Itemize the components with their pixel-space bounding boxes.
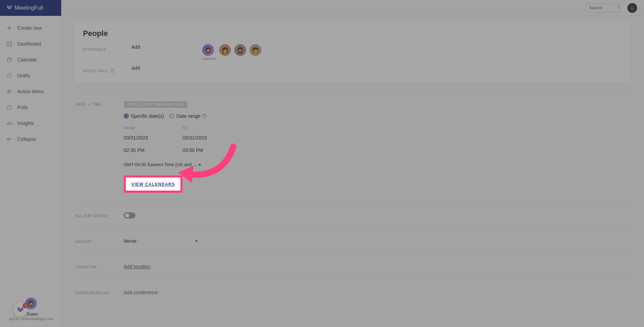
all-day-toggle[interactable] bbox=[124, 212, 136, 219]
svg-rect-4 bbox=[7, 58, 11, 62]
plus-icon bbox=[6, 25, 12, 31]
svg-rect-3 bbox=[10, 45, 12, 46]
sidebar-item-label: Dashboard bbox=[17, 41, 41, 47]
add-conference-link[interactable]: Add conference bbox=[124, 290, 158, 295]
attendees-row: Attendees Add 🧔 Organizer 👩 👩‍🦱 🧑 bbox=[83, 44, 623, 60]
avatar-attendee[interactable]: 👩 bbox=[219, 44, 231, 56]
collapse-label: Collapse bbox=[17, 136, 36, 142]
repeat-label: Repeat bbox=[75, 238, 124, 244]
sidebar-item-action-items[interactable]: Action Items bbox=[0, 84, 61, 99]
briefcase-icon bbox=[6, 104, 12, 110]
add-notes-only-button[interactable]: Add bbox=[131, 65, 140, 71]
calendar-icon bbox=[6, 57, 12, 63]
sidebar-item-polls[interactable]: Polls bbox=[0, 99, 61, 115]
from-column: From 03/31/2023 02:30 PM bbox=[124, 126, 148, 160]
avatar-attendee[interactable]: 👩‍🦱 bbox=[234, 44, 246, 56]
sidebar-item-label: Drafts bbox=[17, 73, 30, 78]
repeat-value: Never bbox=[124, 238, 137, 244]
timezone-value: GMT-04:00 Eastern Time (US and ... bbox=[124, 162, 197, 167]
brand-logo[interactable]: MeetingFull bbox=[0, 0, 61, 16]
divider bbox=[75, 91, 630, 91]
notifications-button[interactable] bbox=[627, 3, 637, 13]
from-date-input[interactable]: 03/31/2023 bbox=[124, 135, 148, 141]
grid-icon bbox=[6, 41, 12, 47]
topic-time-badge: Total Topic Time: Minute(s) bbox=[124, 101, 187, 108]
avatar-attendee[interactable]: 🧑 bbox=[250, 44, 261, 56]
sidebar-item-drafts[interactable]: Drafts bbox=[0, 68, 61, 84]
people-title: People bbox=[83, 29, 623, 38]
organizer-label: Organizer bbox=[202, 57, 216, 60]
chat-widget[interactable]: 9 bbox=[13, 302, 28, 317]
people-section: People Attendees Add 🧔 Organizer 👩 👩‍🦱 🧑… bbox=[75, 22, 630, 83]
sidebar-item-label: Insights bbox=[17, 121, 34, 126]
to-column: To 03/31/2023 03:00 PM bbox=[183, 126, 207, 160]
main-content: People Attendees Add 🧔 Organizer 👩 👩‍🦱 🧑… bbox=[62, 16, 644, 327]
repeat-section: Repeat Never ▾ bbox=[75, 238, 630, 254]
sidebar: MeetingFull Create new Dashboard Calenda… bbox=[0, 0, 62, 327]
info-icon[interactable]: ? bbox=[110, 69, 114, 73]
create-new-button[interactable]: Create new bbox=[0, 20, 61, 36]
user-email: syd.d...noonmeetings.com bbox=[3, 317, 59, 321]
location-label: Location bbox=[75, 263, 124, 270]
add-location-link[interactable]: Add location bbox=[124, 264, 150, 269]
conferencing-section: Conferencing Add conference bbox=[75, 289, 630, 298]
sidebar-item-label: Calendar bbox=[17, 57, 37, 62]
all-day-label: All Day Event bbox=[75, 212, 124, 219]
svg-rect-6 bbox=[7, 106, 11, 109]
bell-icon bbox=[630, 6, 635, 10]
view-calendars-highlight: View Calendars bbox=[124, 175, 183, 193]
conferencing-label: Conferencing bbox=[75, 289, 124, 296]
clock-icon bbox=[6, 73, 12, 79]
svg-rect-0 bbox=[7, 41, 9, 43]
to-date-input[interactable]: 03/31/2023 bbox=[183, 135, 207, 141]
sidebar-item-insights[interactable]: Insights bbox=[0, 115, 61, 131]
all-day-section: All Day Event bbox=[75, 212, 630, 229]
user-name: I Down bbox=[3, 311, 59, 317]
arrow-left-icon bbox=[6, 136, 12, 142]
chat-badge-count: 9 bbox=[23, 303, 28, 308]
user-profile[interactable]: 🧔 I Down syd.d...noonmeetings.com bbox=[3, 298, 59, 321]
to-time-input[interactable]: 03:00 PM bbox=[183, 147, 207, 153]
brand-name: MeetingFull bbox=[15, 5, 43, 11]
search-input[interactable] bbox=[586, 3, 619, 12]
attendees-label: Attendees bbox=[83, 44, 131, 51]
svg-rect-2 bbox=[7, 45, 9, 46]
date-time-label: Date + Time bbox=[75, 101, 124, 193]
attendee-avatars: 🧔 Organizer 👩 👩‍🦱 🧑 bbox=[202, 44, 262, 60]
add-attendee-button[interactable]: Add bbox=[131, 44, 140, 50]
avatar-organizer[interactable]: 🧔 bbox=[202, 44, 214, 56]
timezone-select[interactable]: GMT-04:00 Eastern Time (US and ... ▾ bbox=[124, 162, 630, 167]
chevron-down-icon: ▾ bbox=[195, 239, 197, 243]
svg-rect-1 bbox=[10, 41, 12, 43]
sidebar-item-dashboard[interactable]: Dashboard bbox=[0, 36, 61, 52]
notes-only-row: Notes Only ? Add bbox=[83, 65, 623, 73]
repeat-select[interactable]: Never ▾ bbox=[124, 238, 630, 244]
notes-only-label: Notes Only ? bbox=[83, 65, 131, 73]
from-label: From bbox=[124, 126, 148, 130]
collapse-button[interactable]: Collapse bbox=[0, 131, 61, 147]
view-calendars-link[interactable]: View Calendars bbox=[131, 182, 175, 187]
radio-specific-label: Specific date(s) bbox=[131, 113, 164, 119]
create-new-label: Create new bbox=[17, 25, 42, 31]
sidebar-item-label: Polls bbox=[17, 105, 28, 110]
sidebar-item-calendar[interactable]: Calendar bbox=[0, 52, 61, 68]
bar-chart-icon bbox=[6, 120, 12, 126]
brand-icon bbox=[6, 4, 12, 12]
help-icon[interactable]: ? bbox=[202, 114, 207, 118]
list-icon bbox=[6, 88, 12, 95]
to-label: To bbox=[183, 126, 207, 130]
from-time-input[interactable]: 02:30 PM bbox=[124, 147, 148, 153]
location-section: Location Add location bbox=[75, 263, 630, 280]
radio-specific-dates[interactable]: Specific date(s) bbox=[124, 113, 164, 119]
sidebar-item-label: Action Items bbox=[17, 89, 44, 94]
date-time-section: Date + Time Total Topic Time: Minute(s) … bbox=[75, 101, 630, 203]
radio-date-range[interactable]: Date range ? bbox=[169, 113, 206, 119]
topbar bbox=[62, 0, 644, 16]
chevron-down-icon: ▾ bbox=[199, 162, 201, 167]
radio-range-label: Date range bbox=[176, 113, 200, 119]
